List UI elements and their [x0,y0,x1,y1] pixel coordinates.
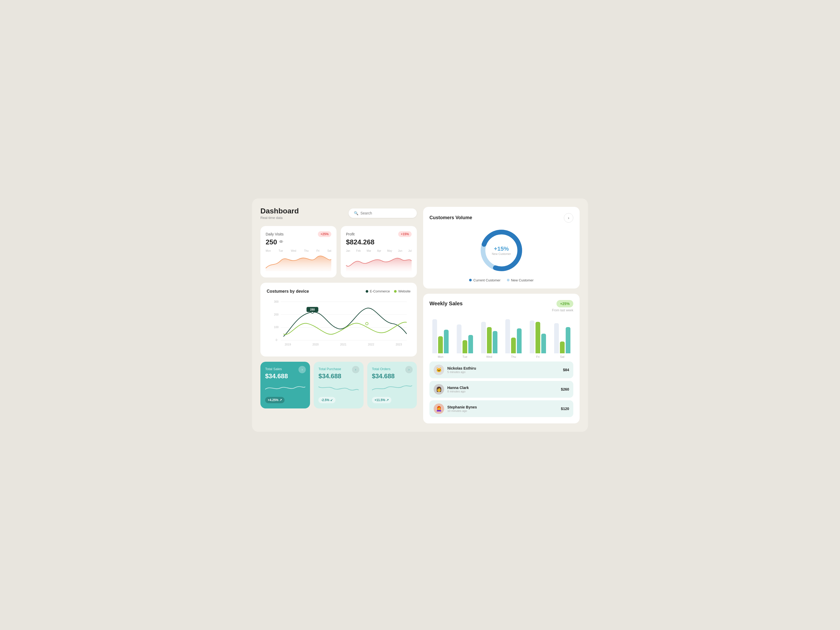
website-legend: Website [394,289,411,293]
left-panel: Dashboard Real-time data 🔍 Daily Visits … [261,207,417,423]
bar-teal-fri [541,334,546,353]
daily-visits-value: 250 👁 [266,238,331,246]
profit-header: Profit +15% [346,231,412,237]
bar-bg-fri [530,321,534,353]
stat-cards: Daily Visits +25% 250 👁 Mon Tue Wed Thu … [261,226,417,278]
tx-time-0: 5 minutes ago [447,370,560,374]
svg-text:280: 280 [310,308,315,311]
bar-bg-thu [505,319,510,353]
total-sales-value: $34.688 [265,373,305,380]
ecommerce-legend: E-Commerce [366,289,390,293]
current-label: Current Customer [473,278,501,282]
donut-container: +15% New Customer [429,227,573,274]
tx-info-2: Stephanie Bynes 10 minutes ago [447,405,558,412]
bar-teal-tue [468,335,473,353]
tx-amount-0: $84 [563,368,569,372]
daily-visits-title: Daily Visits [266,232,284,236]
page-subtitle: Real-time data [261,216,299,220]
total-purchase-sparkline [318,383,358,393]
bar-teal-thu [517,328,522,353]
search-bar[interactable]: 🔍 [349,208,417,218]
weekly-sales-card: Weekly Sales +25% From last week Mon [423,294,579,423]
bars-wed [481,317,497,353]
ws-header: Weekly Sales +25% [429,300,573,307]
svg-text:100: 100 [274,325,278,328]
bar-teal-sat [566,327,570,353]
svg-text:300: 300 [274,300,278,303]
transaction-1: 👩 Hanna Clark 8 minutes ago $260 [429,381,573,398]
bar-label-thu: Thu [511,355,516,358]
bar-label-fri: Fri [536,355,540,358]
ws-subtitle: From last week [429,308,573,312]
tx-avatar-0: 🐱 [434,365,444,375]
bar-bg-tue [457,324,461,353]
transactions-list: 🐱 Nickolas Esthiru 5 minutes ago $84 👩 H… [429,362,573,417]
bar-green-thu [511,338,516,353]
device-title: Costumers by device [267,289,309,294]
svg-point-16 [366,322,368,325]
total-sales-sparkline [265,383,305,393]
total-orders-change: +11.5% ↗ [372,397,392,403]
total-sales-change: +4.25% ↗ [265,397,284,403]
bar-label-mon: Mon [438,355,444,358]
bar-label-tue: Tue [463,355,467,358]
cv-title: Customers Volume [429,215,472,221]
current-customer-legend: Current Customer [469,278,501,282]
bar-teal-mon [444,330,448,353]
svg-text:2021: 2021 [340,343,346,346]
eye-icon: 👁 [279,240,283,245]
ws-title: Weekly Sales [429,300,463,306]
cv-nav-button[interactable]: › [564,213,573,223]
tx-name-0: Nickolas Esthiru [447,366,560,370]
bar-fri: Fri [527,317,549,358]
svg-text:0: 0 [276,338,277,341]
profit-title: Profit [346,232,355,236]
total-orders-nav[interactable]: › [405,366,413,373]
tx-info-0: Nickolas Esthiru 5 minutes ago [447,366,560,374]
current-dot [469,279,472,281]
total-sales-nav[interactable]: › [298,366,306,373]
bar-bg-sat [554,323,559,353]
total-purchase-change: -2.5% ↙ [318,397,335,403]
bar-label-wed: Wed [486,355,492,358]
search-input[interactable] [360,211,412,215]
total-orders-sparkline [372,383,412,393]
svg-text:2022: 2022 [368,343,374,346]
bar-chart: Mon Tue [429,316,573,358]
transaction-0: 🐱 Nickolas Esthiru 5 minutes ago $84 [429,362,573,378]
website-label: Website [398,289,411,293]
total-orders-card: › Total Orders $34.688 +11.5% ↗ [367,362,417,408]
bar-thu: Thu [502,317,525,358]
svg-text:2020: 2020 [313,343,319,346]
transaction-2: 👩‍🦰 Stephanie Bynes 10 minutes ago $120 [429,400,573,417]
bar-label-sat: Sat [560,355,564,358]
tx-info-1: Hanna Clark 8 minutes ago [447,385,558,393]
device-chart-card: Costumers by device E-Commerce Website 3… [261,283,417,357]
bar-teal-wed [493,331,497,353]
bar-bg-mon [432,319,437,353]
cv-legend: Current Customer New Customer [429,278,573,282]
bar-bg-wed [481,322,486,353]
customers-volume-card: Customers Volume › +15% New Customer [423,207,579,289]
bar-green-fri [535,322,540,353]
daily-visits-card: Daily Visits +25% 250 👁 Mon Tue Wed Thu … [261,226,336,278]
device-line-chart: 300 200 100 0 2019 2020 2021 2022 2023 [267,298,411,349]
device-legend: E-Commerce Website [366,289,411,293]
profit-chart [346,253,412,271]
donut-subtitle: New Customer [492,252,511,256]
tx-avatar-2: 👩‍🦰 [434,403,444,414]
bar-mon: Mon [429,317,452,358]
total-purchase-nav[interactable]: › [352,366,359,373]
svg-text:200: 200 [274,313,278,316]
bar-wed: Wed [478,317,501,358]
bars-fri [530,317,546,353]
daily-visits-labels: Mon Tue Wed Thu Fri Sat [266,249,331,252]
bar-green-tue [463,340,467,353]
svg-text:2019: 2019 [285,343,291,346]
total-orders-value: $34.688 [372,373,412,380]
donut-label: +15% New Customer [492,245,511,256]
ecommerce-dot [366,290,368,293]
total-purchase-card: › Total Purchase $34.688 -2.5% ↙ [314,362,363,408]
ecommerce-label: E-Commerce [370,289,390,293]
header: Dashboard Real-time data 🔍 [261,207,417,220]
